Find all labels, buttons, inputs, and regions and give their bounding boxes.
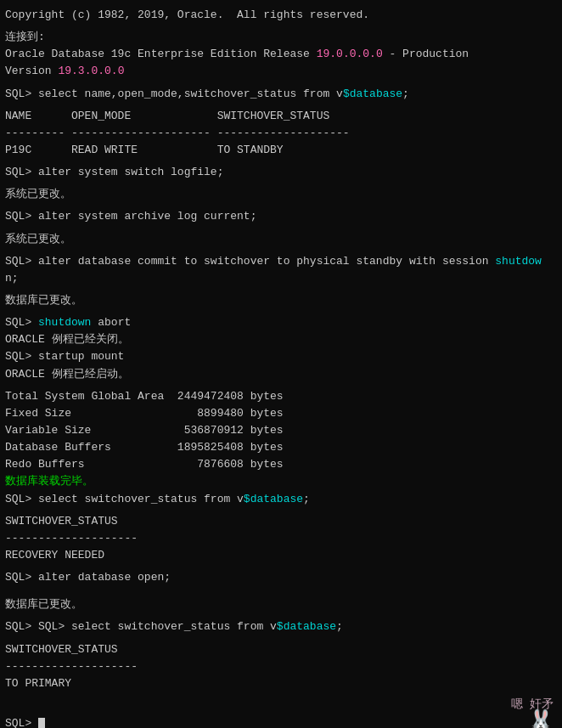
db-buffers: Database Buffers 1895825408 bytes bbox=[5, 439, 557, 456]
redo-buffers: Redo Buffers 7876608 bytes bbox=[5, 456, 557, 473]
sql-alter-switchover-n: n; bbox=[5, 270, 557, 287]
variable-size: Variable Size 536870912 bytes bbox=[5, 422, 557, 439]
fixed-size: Fixed Size 8899480 bytes bbox=[5, 405, 557, 422]
oracle-closed: ORACLE 例程已经关闭。 bbox=[5, 331, 557, 348]
sql-shutdown: SQL> shutdown abort bbox=[5, 314, 557, 331]
connecting-label: 连接到: bbox=[5, 29, 557, 46]
version-detail: 19.3.0.0.0 bbox=[58, 65, 124, 77]
shutdown-keyword-1: shutdow bbox=[495, 255, 542, 268]
sw-col-data: RECOVERY NEEDED bbox=[5, 547, 557, 564]
col-header: NAME OPEN_MODE SWITCHOVER_STATUS bbox=[5, 108, 557, 125]
copyright-line: Copyright (c) 1982, 2019, Oracle. All ri… bbox=[5, 7, 557, 24]
sql-alter-open: SQL> alter database open; bbox=[5, 569, 557, 586]
sql-startup: SQL> startup mount bbox=[5, 348, 557, 365]
db-loaded: 数据库装载完毕。 bbox=[5, 473, 557, 490]
terminal-window: Copyright (c) 1982, 2019, Oracle. All ri… bbox=[5, 7, 557, 728]
sql-select1: SQL> select name,open_mode,switchover_st… bbox=[5, 86, 557, 103]
sql-prompt-line: SQL> bbox=[5, 715, 45, 728]
col-data: P19C READ WRITE TO STANDBY bbox=[5, 142, 557, 159]
sw-col-header: SWITCHOVER_STATUS bbox=[5, 513, 557, 530]
system-changed-1: 系统已更改。 bbox=[5, 186, 557, 203]
version-number: 19.0.0.0.0 bbox=[317, 48, 383, 60]
sw-col-divider: -------------------- bbox=[5, 530, 557, 547]
sw2-col-header: SWITCHOVER_STATUS bbox=[5, 641, 557, 658]
db-changed-2: 数据库已更改。 bbox=[5, 596, 557, 613]
watermark: 嗯 奸矛 🐰 bbox=[511, 697, 557, 728]
watermark-emoji: 🐰 bbox=[511, 712, 554, 728]
db-var-2: $database bbox=[244, 493, 303, 505]
sql-select2: SQL> select switchover_status from v$dat… bbox=[5, 491, 557, 508]
oracle-started: ORACLE 例程已经启动。 bbox=[5, 366, 557, 383]
sw2-col-data: TO PRIMARY bbox=[5, 675, 557, 692]
cursor-blink bbox=[38, 718, 45, 728]
sw2-col-divider: -------------------- bbox=[5, 658, 557, 675]
db-var-1: $database bbox=[343, 87, 402, 100]
oracle-edition-line: Oracle Database 19c Enterprise Edition R… bbox=[5, 46, 557, 63]
shutdown-keyword-2: shutdown bbox=[38, 316, 91, 329]
sql-alter-archive: SQL> alter system archive log current; bbox=[5, 208, 557, 225]
db-changed-1: 数据库已更改。 bbox=[5, 292, 557, 309]
col-divider: --------- --------------------- --------… bbox=[5, 125, 557, 142]
sql-alter-switch: SQL> alter system switch logfile; bbox=[5, 164, 557, 181]
db-var-3: $database bbox=[277, 620, 336, 633]
sql-select3: SQL> SQL> select switchover_status from … bbox=[5, 618, 557, 635]
sql-alter-switchover: SQL> alter database commit to switchover… bbox=[5, 253, 557, 270]
total-sga: Total System Global Area 2449472408 byte… bbox=[5, 388, 557, 405]
version-line: Version 19.3.0.0.0 bbox=[5, 63, 557, 80]
system-changed-2: 系统已更改。 bbox=[5, 231, 557, 248]
